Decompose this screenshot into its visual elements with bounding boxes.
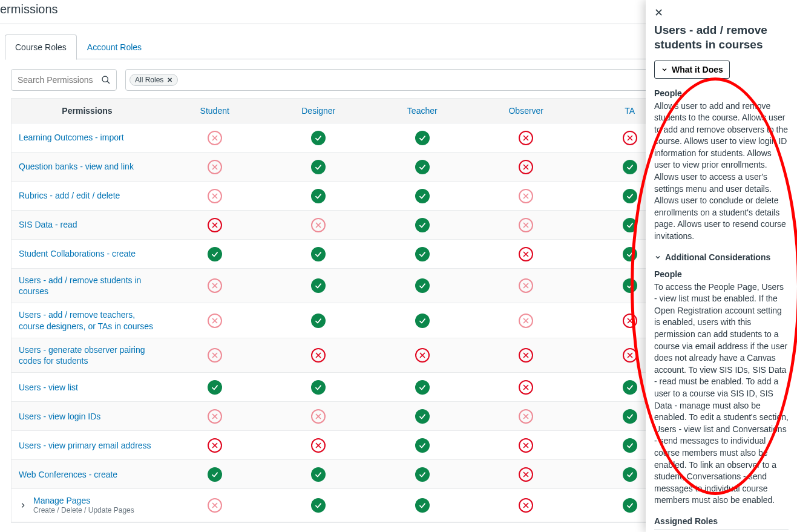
permission-cell[interactable]	[267, 213, 371, 237]
x-icon[interactable]	[311, 218, 326, 232]
permission-cell[interactable]	[370, 274, 474, 298]
check-icon[interactable]	[415, 409, 430, 424]
x-icon[interactable]	[519, 348, 533, 363]
check-icon[interactable]	[415, 314, 430, 328]
permission-cell[interactable]	[163, 493, 267, 517]
permission-cell[interactable]	[370, 343, 474, 367]
check-icon[interactable]	[415, 218, 430, 232]
check-icon[interactable]	[311, 131, 326, 145]
x-icon[interactable]	[519, 189, 533, 203]
permission-cell[interactable]	[267, 404, 371, 429]
permission-label[interactable]: Student Collaborations - create	[11, 242, 163, 265]
permission-cell[interactable]	[163, 184, 267, 208]
permission-cell[interactable]	[370, 493, 474, 517]
permission-cell[interactable]	[267, 375, 371, 399]
permission-cell[interactable]	[474, 242, 579, 266]
permission-cell[interactable]	[267, 242, 371, 266]
permission-cell[interactable]	[163, 309, 267, 333]
permission-cell[interactable]	[163, 462, 267, 487]
x-icon[interactable]	[623, 314, 637, 328]
check-icon[interactable]	[415, 131, 430, 145]
x-icon[interactable]	[415, 348, 430, 363]
check-icon[interactable]	[415, 380, 430, 395]
permission-cell[interactable]	[267, 274, 371, 298]
permission-cell[interactable]	[163, 274, 267, 298]
check-icon[interactable]	[311, 160, 326, 174]
permission-cell[interactable]	[370, 213, 474, 237]
x-icon[interactable]	[208, 348, 222, 363]
x-icon[interactable]	[519, 218, 533, 232]
permission-cell[interactable]	[163, 242, 267, 266]
x-icon[interactable]	[519, 131, 533, 145]
permission-cell[interactable]	[370, 155, 474, 179]
permission-cell[interactable]	[163, 155, 267, 179]
check-icon[interactable]	[311, 380, 326, 395]
permission-cell[interactable]	[370, 242, 474, 266]
permission-cell[interactable]	[474, 343, 579, 367]
check-icon[interactable]	[415, 498, 430, 513]
check-icon[interactable]	[311, 278, 326, 293]
permission-cell[interactable]	[163, 433, 267, 458]
check-icon[interactable]	[623, 498, 637, 513]
x-icon[interactable]	[208, 498, 222, 513]
check-icon[interactable]	[311, 467, 326, 482]
permission-cell[interactable]	[370, 309, 474, 333]
permission-label[interactable]: Question banks - view and link	[11, 155, 163, 178]
x-icon[interactable]	[519, 380, 533, 395]
permission-cell[interactable]	[474, 404, 579, 429]
x-icon[interactable]	[623, 348, 637, 363]
permission-cell[interactable]	[267, 343, 371, 367]
permission-cell[interactable]	[474, 155, 579, 179]
permission-cell[interactable]	[163, 126, 267, 150]
permission-cell[interactable]	[474, 493, 579, 517]
x-icon[interactable]	[208, 438, 222, 453]
x-icon[interactable]	[311, 438, 326, 453]
permission-cell[interactable]	[163, 375, 267, 399]
what-it-does-toggle[interactable]: What it Does	[654, 61, 730, 79]
permission-cell[interactable]	[474, 274, 579, 298]
permission-cell[interactable]	[474, 126, 579, 150]
column-role-observer[interactable]: Observer	[474, 99, 579, 123]
column-role-teacher[interactable]: Teacher	[370, 99, 474, 123]
tab-course-roles[interactable]: Course Roles	[5, 34, 77, 60]
x-icon[interactable]	[208, 218, 222, 232]
permission-label[interactable]: Rubrics - add / edit / delete	[11, 184, 163, 207]
tab-account-roles[interactable]: Account Roles	[77, 34, 152, 60]
check-icon[interactable]	[415, 247, 430, 261]
column-role-designer[interactable]: Designer	[267, 99, 371, 123]
permission-cell[interactable]	[474, 433, 579, 458]
permission-cell[interactable]	[370, 184, 474, 208]
permission-label[interactable]: SIS Data - read	[11, 213, 163, 236]
check-icon[interactable]	[415, 438, 430, 453]
check-icon[interactable]	[415, 467, 430, 482]
permission-cell[interactable]	[370, 375, 474, 399]
x-icon[interactable]	[208, 314, 222, 328]
check-icon[interactable]	[311, 314, 326, 328]
check-icon[interactable]	[415, 278, 430, 293]
permission-label[interactable]: Users - add / remove students in courses	[11, 269, 163, 303]
additional-considerations-toggle[interactable]: Additional Considerations	[654, 252, 789, 262]
check-icon[interactable]	[208, 380, 222, 395]
permission-cell[interactable]	[163, 343, 267, 367]
check-icon[interactable]	[623, 438, 637, 453]
permission-cell[interactable]	[370, 433, 474, 458]
permission-cell[interactable]	[267, 184, 371, 208]
x-icon[interactable]	[519, 160, 533, 174]
permission-label[interactable]: Users - view list	[11, 376, 163, 399]
x-icon[interactable]	[519, 438, 533, 453]
check-icon[interactable]	[415, 160, 430, 174]
permission-label[interactable]: Users - view primary email address	[11, 434, 163, 457]
x-icon[interactable]	[519, 278, 533, 293]
permission-label[interactable]: Users - generate observer pairing codes …	[11, 338, 163, 372]
column-role-student[interactable]: Student	[163, 99, 267, 123]
x-icon[interactable]	[519, 409, 533, 424]
check-icon[interactable]	[623, 247, 637, 261]
check-icon[interactable]	[623, 189, 637, 203]
permission-cell[interactable]	[163, 404, 267, 429]
permission-label[interactable]: Users - view login IDs	[11, 405, 163, 428]
x-icon[interactable]	[208, 189, 222, 203]
filter-chip-all-roles[interactable]: All Roles ✕	[130, 74, 178, 86]
x-icon[interactable]	[208, 278, 222, 293]
check-icon[interactable]	[311, 247, 326, 261]
x-icon[interactable]	[208, 131, 222, 145]
